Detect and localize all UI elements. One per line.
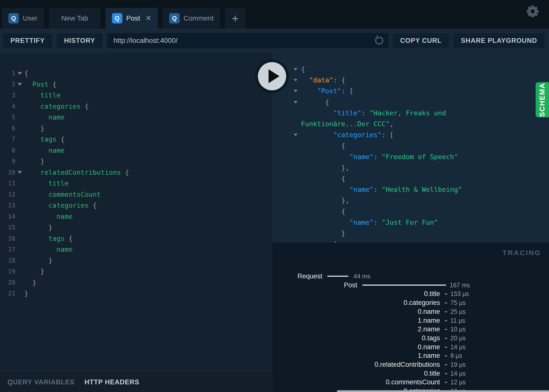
endpoint-input[interactable]: http://localhost:4000/ (107, 33, 389, 48)
code-token: tags (49, 235, 65, 242)
response-line: Funktionäre...Der CCC", (273, 119, 549, 129)
response-line: { (273, 206, 549, 217)
prettify-button[interactable]: PRETTIFY (3, 33, 52, 48)
tab-post[interactable]: QPost✕ (106, 8, 158, 29)
trace-field-label: 0.name (418, 343, 440, 351)
main-area: 1{2 Post {3 title4 categories {5 name6 }… (0, 52, 549, 392)
response-code: }, (301, 162, 349, 173)
query-code: Post { (24, 79, 56, 90)
tracing-row: 0.name14 μs (273, 343, 549, 351)
tab-new-tab[interactable]: New Tab (49, 8, 100, 29)
code-token: categories (40, 102, 81, 110)
new-tab-button[interactable]: + (225, 8, 245, 29)
code-token: "title" (333, 109, 361, 117)
trace-field-label: Request (273, 272, 322, 281)
tab-comment[interactable]: QComment (163, 8, 220, 29)
fold-gutter (15, 101, 24, 112)
response-line: "name": "Freedom of Speech" (273, 151, 549, 162)
response-gutter (273, 228, 301, 239)
query-code: } (24, 123, 44, 134)
code-token: } (24, 290, 28, 297)
code-token: : (382, 131, 390, 139)
reload-schema-icon[interactable] (374, 35, 384, 46)
response-code: } (301, 228, 345, 239)
http-headers-tab[interactable]: HTTP HEADERS (84, 378, 139, 386)
code-token: "name" (349, 186, 374, 193)
query-code: } (24, 222, 53, 233)
execute-query-button[interactable] (255, 59, 289, 93)
trace-duration-value: 44 ms (354, 272, 370, 281)
line-number: 4 (0, 101, 15, 112)
line-number: 13 (0, 200, 15, 211)
fold-arrow-icon[interactable] (15, 167, 24, 178)
code-token: "name" (349, 219, 374, 226)
settings-gear-button[interactable] (526, 5, 539, 18)
code-token: } (24, 124, 44, 132)
code-token (301, 98, 325, 106)
trace-field-label: 0.title (424, 369, 440, 378)
response-code: { (301, 173, 345, 184)
chevron-down-icon (18, 72, 22, 75)
tracing-row: Request44 ms (273, 272, 549, 281)
response-gutter (273, 195, 301, 206)
code-token (24, 213, 56, 220)
trace-duration-value: 8 μs (450, 351, 462, 360)
collapse-arrow-icon[interactable] (273, 97, 301, 108)
fold-arrow-icon[interactable] (15, 68, 24, 79)
code-token (24, 147, 49, 154)
trace-duration-value: 167 ms (450, 281, 470, 290)
trace-duration-value: 20 μs (450, 334, 466, 343)
response-code: "name": "Just For Fun" (301, 217, 438, 228)
history-button[interactable]: HISTORY (57, 33, 103, 48)
query-code: tags { (24, 233, 73, 244)
code-token: }, (301, 164, 349, 172)
response-code: { (301, 206, 345, 217)
copy-curl-button[interactable]: COPY CURL (393, 33, 449, 48)
code-token: name (49, 113, 65, 121)
code-token: [ (390, 131, 394, 139)
collapse-arrow-icon[interactable] (273, 129, 301, 140)
line-number: 2 (0, 79, 15, 90)
tracing-row: 0.categories75 μs (273, 298, 549, 307)
code-token: { (341, 175, 345, 182)
code-token (301, 219, 349, 226)
code-token: name (56, 213, 73, 220)
fold-gutter (15, 178, 24, 189)
tab-user[interactable]: QUser (2, 8, 44, 29)
response-code: "data": { (301, 75, 345, 86)
code-token (24, 235, 49, 242)
play-icon (269, 69, 279, 83)
trace-dash-icon (445, 355, 447, 356)
query-variables-tab[interactable]: QUERY VARIABLES (7, 378, 75, 386)
response-viewer[interactable]: { "data": { "Post": [ { "title": "Hacker… (273, 52, 549, 243)
endpoint-url[interactable]: http://localhost:4000/ (113, 37, 374, 45)
trace-dash-icon (445, 373, 447, 374)
code-token (24, 191, 49, 198)
line-number: 9 (0, 156, 15, 167)
code-token (24, 169, 40, 176)
query-editor[interactable]: 1{2 Post {3 title4 categories {5 name6 }… (0, 52, 273, 372)
query-line: 1{ (0, 68, 273, 79)
query-code: } (24, 255, 53, 266)
code-token: name (56, 245, 73, 253)
fold-arrow-icon[interactable] (15, 79, 24, 90)
fold-gutter (15, 189, 24, 200)
code-token: "name" (349, 153, 374, 161)
query-code: categories { (24, 101, 89, 112)
code-token (301, 175, 341, 182)
tracing-row: 1.name11 μs (273, 316, 549, 325)
code-token: } (24, 268, 44, 275)
line-number: 7 (0, 134, 15, 145)
chevron-down-icon (294, 79, 298, 81)
share-playground-button[interactable]: SHARE PLAYGROUND (453, 33, 545, 48)
query-code: relatedContributions { (24, 167, 129, 178)
response-gutter (273, 217, 301, 228)
close-tab-icon[interactable]: ✕ (146, 15, 151, 22)
response-line: "title": "Hacker, Freaks und (273, 108, 549, 119)
response-code: "title": "Hacker, Freaks und (301, 108, 446, 119)
response-code: "name": "Health & Wellbeing" (301, 184, 462, 195)
schema-sidebar-tab[interactable]: SCHEMA (536, 82, 549, 117)
line-number: 16 (0, 233, 15, 244)
tracing-horizontal-scrollbar[interactable] (337, 390, 549, 392)
line-number: 21 (0, 288, 15, 299)
